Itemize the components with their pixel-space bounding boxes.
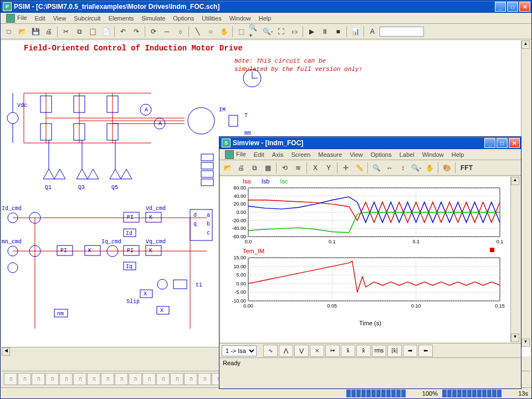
measure-right-button[interactable]: ➡ — [403, 345, 417, 357]
plot-scroll-up[interactable]: ▲ — [511, 177, 519, 185]
page-button[interactable]: ▭ — [288, 25, 300, 38]
component-igbt-button[interactable]: ⎍ — [129, 373, 142, 385]
zoom-y-button[interactable]: ↕ — [397, 162, 409, 174]
stop-button[interactable]: ■ — [332, 25, 344, 38]
menu-elements[interactable]: Elements — [105, 14, 137, 23]
menu-subcircuit[interactable]: Subcircuit — [70, 14, 104, 23]
measure-rms-button[interactable]: rms — [372, 345, 386, 357]
zoom-in-button[interactable]: 🔍+ — [248, 25, 260, 38]
menu-measure[interactable]: Measure — [315, 150, 345, 159]
simview-titlebar[interactable]: S Simview - [Indm_FOC] _ □ ✕ — [219, 137, 521, 149]
component-meter-button[interactable]: ⎍ — [156, 373, 170, 385]
color-button[interactable]: 🎨 — [441, 162, 453, 174]
menu-utilities[interactable]: Utilities — [198, 14, 224, 23]
refresh-button[interactable]: ⟳ — [147, 25, 160, 38]
sv-minimize-button[interactable]: _ — [484, 138, 495, 148]
menu-help[interactable]: Help — [448, 150, 468, 159]
measure-valley-button[interactable]: ⋁ — [294, 345, 309, 357]
plot-scroll-down[interactable]: ▼ — [511, 334, 519, 342]
pan-button[interactable]: ✋ — [423, 162, 436, 174]
plot-scrollbar-v[interactable]: ▲ ▼ — [510, 177, 520, 342]
copy-button[interactable]: ⧉ — [73, 25, 85, 38]
cut-button[interactable]: ✂ — [60, 25, 72, 38]
trace-selector[interactable]: 1 -> Isa — [222, 345, 257, 356]
redraw-button[interactable]: ⟲ — [279, 162, 291, 174]
data-button[interactable]: ▦ — [262, 162, 274, 174]
menu-label[interactable]: Label — [396, 150, 418, 159]
print-button[interactable]: 🖨 — [43, 25, 55, 38]
component-c-button[interactable]: ⎍ — [18, 373, 31, 385]
add-curve-button[interactable]: ≋ — [292, 162, 304, 174]
component-r-button[interactable]: ⎍ — [4, 373, 17, 385]
chart2[interactable]: -10.00-5.000.005.0010.0015.000.000.050.1… — [221, 255, 511, 311]
menu-axis[interactable]: Axis — [269, 150, 287, 159]
measure-cross-button[interactable]: ⤫ — [310, 345, 324, 357]
zoom-out-button[interactable]: 🔍- — [262, 25, 274, 38]
main-titlebar[interactable]: P PSIM - [C:\PSIM7.0.5_trial\examples\Mo… — [1, 1, 531, 13]
component-gain-button[interactable]: ⎍ — [198, 373, 211, 385]
new-button[interactable]: □ — [3, 25, 15, 38]
cursor-button[interactable]: ✛ — [340, 162, 352, 174]
X-button[interactable]: X — [309, 162, 321, 174]
wire-button[interactable]: ─ — [161, 25, 173, 38]
save-button[interactable]: 💾 — [29, 25, 42, 38]
redo-button[interactable]: ↷ — [130, 25, 142, 38]
simview-button[interactable]: 📊 — [349, 25, 361, 38]
menu-window[interactable]: Window — [419, 150, 447, 159]
draw-line-button[interactable]: ╲ — [191, 25, 203, 38]
component-sw-button[interactable]: ⎍ — [142, 373, 156, 385]
menu-screen[interactable]: Screen — [288, 150, 314, 159]
scroll-left-button[interactable]: ◀ — [2, 347, 10, 356]
copy-button[interactable]: ⧉ — [248, 162, 260, 174]
component-pwm-button[interactable]: ⎍ — [87, 373, 100, 385]
minimize-button[interactable]: _ — [495, 2, 506, 12]
Y-button[interactable]: Y — [323, 162, 335, 174]
component-src-button[interactable]: ⎍ — [59, 373, 73, 385]
undo-button[interactable]: ↶ — [117, 25, 129, 38]
measure-button[interactable]: 📏 — [353, 162, 365, 174]
toolbar-input[interactable] — [380, 27, 424, 37]
probe-button[interactable]: ⎀ — [174, 25, 186, 38]
menu-simulate[interactable]: Simulate — [139, 14, 169, 23]
menu-help[interactable]: Help — [255, 14, 275, 23]
measure-left-button[interactable]: ⬅ — [418, 345, 433, 357]
draw-circle-button[interactable]: ○ — [204, 25, 217, 38]
clipboard-button[interactable]: 📄 — [100, 25, 112, 38]
measure-next-button[interactable]: ↦ — [325, 345, 340, 357]
menu-file[interactable]: File — [222, 149, 249, 160]
menu-file[interactable]: File — [3, 13, 30, 24]
component-gnd-button[interactable]: ⎍ — [45, 373, 59, 385]
paste-button[interactable]: 📋 — [86, 25, 99, 38]
text-button[interactable]: A — [366, 25, 378, 38]
fft-button[interactable]: FFT — [458, 162, 475, 174]
component-l-button[interactable]: ⎍ — [32, 373, 45, 385]
component-sum-button[interactable]: ⎍ — [184, 373, 197, 385]
menu-edit[interactable]: Edit — [32, 14, 49, 23]
component-jk-button[interactable]: ⎍ — [73, 373, 86, 385]
canvas-scrollbar-v[interactable]: ▲ ▼ — [521, 40, 530, 347]
menu-view[interactable]: View — [50, 14, 70, 23]
zoom-x-button[interactable]: ↔ — [383, 162, 396, 174]
zoom-button[interactable]: 🔍 — [370, 162, 382, 174]
sv-maximize-button[interactable]: □ — [497, 138, 508, 148]
sv-close-button[interactable]: ✕ — [509, 138, 520, 148]
scroll-up-button[interactable]: ▲ — [521, 40, 530, 49]
open-button[interactable]: 📂 — [222, 162, 234, 174]
component-mos-button[interactable]: ⎍ — [115, 373, 128, 385]
menu-options[interactable]: Options — [367, 150, 395, 159]
measure-curve-button[interactable]: ∿ — [263, 345, 278, 357]
measure-avg-button[interactable]: x̄ — [341, 345, 355, 357]
menu-options[interactable]: Options — [170, 14, 197, 23]
pan-button[interactable]: ✋ — [218, 25, 230, 38]
simview-window[interactable]: S Simview - [Indm_FOC] _ □ ✕ FileEditAxi… — [219, 136, 521, 389]
measure-peak-button[interactable]: ⋀ — [279, 345, 293, 357]
close-button[interactable]: ✕ — [519, 2, 530, 12]
menu-edit[interactable]: Edit — [250, 150, 268, 159]
run-button[interactable]: ▶ — [305, 25, 318, 38]
measure-|x̄|-button[interactable]: |x̄| — [387, 345, 402, 357]
zoom-out-button[interactable]: 🔍- — [410, 162, 422, 174]
print-button[interactable]: 🖨 — [235, 162, 247, 174]
zoom-fit-button[interactable]: ⛶ — [275, 25, 287, 38]
menu-view[interactable]: View — [346, 150, 366, 159]
open-button[interactable]: 📂 — [16, 25, 28, 38]
